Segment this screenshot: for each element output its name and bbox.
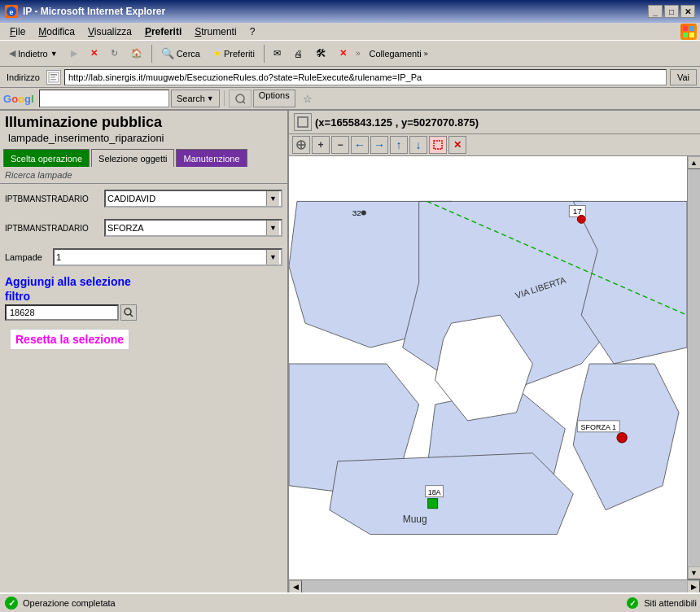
security-text: Siti attendibili <box>644 598 697 608</box>
map-extent-button[interactable] <box>294 113 312 131</box>
google-logo[interactable]: Google <box>3 92 34 105</box>
google-search-label: Search <box>177 94 205 103</box>
map-btn-clear[interactable]: ✕ <box>448 136 466 154</box>
svg-rect-41 <box>428 499 438 509</box>
toolbar-separator-2 <box>264 45 265 63</box>
stop-icon: ✕ <box>90 48 98 59</box>
forward-button[interactable]: ▶ <box>65 43 83 64</box>
svg-text:18A: 18A <box>428 488 441 496</box>
menu-file[interactable]: File <box>3 24 32 39</box>
map-btn-zoom-out[interactable]: − <box>331 136 349 154</box>
status-icon: ✓ <box>3 595 20 611</box>
map-btn-pan-left[interactable]: ← <box>351 136 369 154</box>
bottom-scrollbar[interactable]: ◀ ▶ <box>289 579 700 592</box>
field2-dropdown-arrow[interactable]: ▼ <box>266 221 279 235</box>
map-toolbar: + − ← → ↑ ↓ ✕ <box>289 134 700 156</box>
scroll-track-right[interactable] <box>688 169 701 566</box>
svg-rect-2 <box>683 26 688 31</box>
toolbar-extra[interactable]: 🛠 <box>310 43 332 64</box>
print-icon: 🖨 <box>294 49 303 59</box>
add-selection-title: Aggiungi alla selezione <box>0 269 287 290</box>
scroll-up-button[interactable]: ▲ <box>688 156 701 169</box>
map-canvas[interactable]: VIA LIBERTA 17 32 SFORZA 1 <box>289 156 687 579</box>
address-input[interactable] <box>64 69 667 85</box>
spacer-2 <box>0 239 287 246</box>
google-web-search[interactable] <box>229 90 252 107</box>
search-icon: 🔍 <box>161 47 174 59</box>
maximize-button[interactable]: □ <box>664 5 679 18</box>
page-icon <box>46 70 61 85</box>
scroll-down-button[interactable]: ▼ <box>688 566 701 579</box>
print-button[interactable]: 🖨 <box>288 43 308 64</box>
field2-select[interactable]: SFORZA ▼ <box>104 219 282 237</box>
map-btn-pan-down[interactable]: ↓ <box>409 136 427 154</box>
tab-selezione-oggetti[interactable]: Selezione oggetti <box>91 149 174 167</box>
google-extra[interactable]: ☆ <box>297 88 318 109</box>
tab-scelta-operazione[interactable]: Scelta operazione <box>3 149 90 167</box>
tab-manutenzione[interactable]: Manutenzione <box>176 149 247 167</box>
google-search-dropdown-icon[interactable]: ▼ <box>207 94 214 103</box>
filter-input[interactable] <box>5 304 119 321</box>
scroll-right-button[interactable]: ▶ <box>687 580 700 593</box>
google-options-button[interactable]: Options <box>253 90 295 107</box>
svg-text:Muug: Muug <box>403 514 427 525</box>
links-button[interactable]: Collegamenti » <box>363 43 433 64</box>
right-panel: (x=1655843.125 , y=5027070.875) + − ← → … <box>289 111 700 592</box>
refresh-button[interactable]: ↻ <box>105 43 124 64</box>
map-btn-pan-up[interactable]: ↑ <box>390 136 408 154</box>
favorites-button[interactable]: ★ Preferiti <box>208 43 260 64</box>
menu-preferiti[interactable]: Preferiti <box>138 24 188 39</box>
status-text: Operazione completata <box>23 598 624 608</box>
windows-logo <box>680 24 697 40</box>
right-scrollbar[interactable]: ▲ ▼ <box>687 156 700 579</box>
map-btn-zoom-in[interactable]: + <box>312 136 330 154</box>
home-button[interactable]: 🏠 <box>125 43 148 64</box>
go-button[interactable]: Vai <box>670 69 697 85</box>
menu-visualizza[interactable]: Visualizza <box>81 24 138 39</box>
map-btn-zoom-extent[interactable] <box>292 136 310 154</box>
field1-dropdown-arrow[interactable]: ▼ <box>266 191 279 206</box>
window-controls[interactable]: _ □ ✕ <box>648 5 695 18</box>
back-icon: ◀ <box>9 48 15 59</box>
close-button[interactable]: ✕ <box>680 5 695 18</box>
back-button[interactable]: ◀ Indietro ▼ <box>3 43 63 64</box>
svg-line-12 <box>243 101 245 103</box>
google-star-icon: ☆ <box>303 93 313 105</box>
scroll-track-bottom[interactable] <box>302 580 687 593</box>
scroll-left-button[interactable]: ◀ <box>289 580 302 593</box>
svg-rect-5 <box>689 33 694 37</box>
field1-select[interactable]: CADIDAVID ▼ <box>104 190 282 208</box>
close-extra[interactable]: ✕ <box>334 43 352 64</box>
stop-button[interactable]: ✕ <box>85 43 103 64</box>
minimize-button[interactable]: _ <box>648 5 663 18</box>
map-btn-pan-right[interactable]: → <box>370 136 388 154</box>
svg-text:Google: Google <box>3 93 34 105</box>
search-button[interactable]: 🔍 Cerca <box>155 43 206 64</box>
svg-point-33 <box>577 215 585 223</box>
page-title-main: Illuminazione pubblica <box>5 114 162 132</box>
map-btn-select-red[interactable] <box>429 136 447 154</box>
back-dropdown-icon[interactable]: ▼ <box>50 50 58 58</box>
reset-button[interactable]: Resetta la selezione <box>10 329 129 350</box>
links-expand-icon: » <box>424 50 428 58</box>
address-label: Indirizzo <box>3 72 43 82</box>
filter-search-button[interactable] <box>120 304 137 321</box>
spacer-1 <box>0 210 287 216</box>
page-title-area: Illuminazione pubblica lampade_inserimen… <box>0 111 287 147</box>
lampade-select[interactable]: 1 ▼ <box>53 248 282 266</box>
lampade-dropdown-arrow[interactable]: ▼ <box>266 250 279 264</box>
field2-value: SFORZA <box>107 223 266 233</box>
menu-modifica[interactable]: Modifica <box>32 24 81 39</box>
menu-help[interactable]: ? <box>243 24 262 39</box>
page-title-sub: lampade_inserimento_riparazioni <box>8 132 164 145</box>
toolbar-extend: » <box>356 49 361 58</box>
svg-marker-28 <box>330 453 573 535</box>
field1-label: IPTBMANSTRADARIO <box>5 195 101 203</box>
svg-text:✓: ✓ <box>629 599 636 608</box>
menu-strumenti[interactable]: Strumenti <box>188 24 243 39</box>
google-search-input[interactable] <box>39 90 169 107</box>
field2-label: IPTBMANSTRADARIO <box>5 224 101 233</box>
google-search-button[interactable]: Search ▼ <box>171 90 220 107</box>
coords-bar: (x=1655843.125 , y=5027070.875) <box>289 111 700 134</box>
mail-button[interactable]: ✉ <box>268 43 287 64</box>
